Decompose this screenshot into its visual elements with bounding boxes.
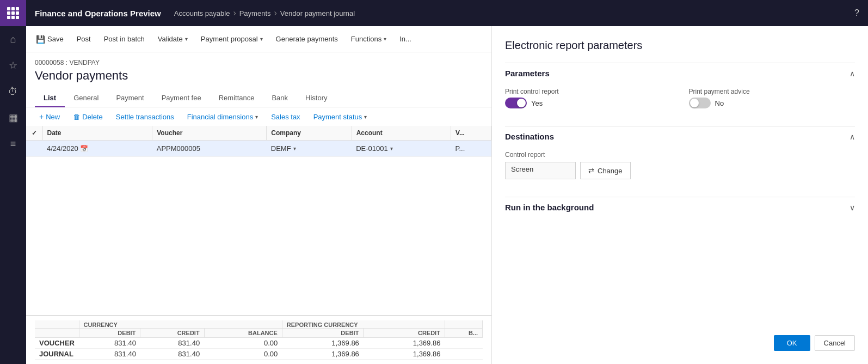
import-button[interactable]: In... — [394, 33, 417, 45]
app-title: Finance and Operations Preview — [35, 9, 161, 18]
print-payment-advice-label: Print payment advice — [689, 88, 855, 95]
header-bar: Finance and Operations Preview Accounts … — [26, 0, 868, 26]
footer-extra-header — [445, 320, 482, 329]
post-button[interactable]: Post — [71, 33, 96, 45]
row-account[interactable]: DE-01001 ▾ — [352, 141, 451, 157]
financial-dimensions-button[interactable]: Financial dimensions ▾ — [183, 111, 262, 123]
payment-status-button[interactable]: Payment status ▾ — [309, 111, 372, 123]
journal-header: 00000058 : VENDPAY Vendor payments — [26, 52, 491, 89]
run-background-section-title: Run in the background — [505, 203, 594, 212]
waffle-menu[interactable] — [0, 0, 26, 26]
breadcrumb-sep-1: › — [233, 8, 236, 18]
destinations-section-header[interactable]: Destinations ∧ — [505, 126, 855, 147]
company-dropdown-arrow[interactable]: ▾ — [293, 145, 296, 151]
footer-th-credit: CREDIT — [140, 329, 204, 338]
sidebar-item-modules[interactable]: ≡ — [0, 131, 26, 157]
control-report-row: Screen ⇄ Change — [505, 162, 855, 179]
breadcrumb-accounts-payable[interactable]: Accounts payable — [174, 9, 230, 17]
breadcrumb-payments[interactable]: Payments — [239, 9, 271, 17]
right-panel: Electronic report parameters Parameters … — [491, 26, 868, 364]
col-extra: V... — [451, 126, 491, 141]
footer-voucher-debit: 831.40 — [79, 338, 140, 349]
tab-payment-fee[interactable]: Payment fee — [153, 89, 210, 107]
destinations-section-title: Destinations — [505, 132, 554, 141]
save-button[interactable]: 💾 Save — [30, 33, 69, 46]
row-extra[interactable]: P... — [451, 141, 491, 157]
footer-summary: CURRENCY REPORTING CURRENCY DEBIT CREDIT… — [26, 316, 491, 364]
table-row[interactable]: 4/24/2020 📅 APPM000005 DEMF ▾ — [26, 141, 491, 157]
cancel-button[interactable]: Cancel — [815, 335, 855, 351]
footer-voucher-rep-credit: 1,369.86 — [364, 338, 445, 349]
destinations-chevron-icon: ∧ — [849, 132, 855, 141]
sidebar-item-favorites[interactable]: ☆ — [0, 52, 26, 78]
tab-list[interactable]: List — [35, 89, 65, 107]
footer-voucher-balance: 0.00 — [204, 338, 282, 349]
content-split: 💾 Save Post Post in batch Validate ▾ Pay… — [26, 26, 868, 364]
change-icon: ⇄ — [588, 167, 594, 175]
tab-remittance[interactable]: Remittance — [210, 89, 263, 107]
table-toolbar: + New 🗑 Delete Settle transactions Finan… — [26, 107, 491, 126]
calendar-icon[interactable]: 📅 — [80, 145, 88, 153]
footer-table: CURRENCY REPORTING CURRENCY DEBIT CREDIT… — [35, 320, 483, 360]
save-icon: 💾 — [36, 35, 45, 44]
col-account: Account — [352, 126, 451, 141]
parameters-chevron-icon: ∧ — [849, 69, 855, 78]
print-payment-advice-group: Print payment advice No — [689, 88, 855, 108]
data-table: ✓ Date Voucher Company Account V... — [26, 126, 491, 157]
footer-currency-header: CURRENCY — [79, 320, 282, 329]
print-payment-advice-row: No — [689, 98, 855, 108]
new-button[interactable]: + New — [35, 111, 64, 123]
footer-label-voucher: VOUCHER — [35, 338, 79, 349]
settle-transactions-button[interactable]: Settle transactions — [112, 111, 178, 123]
control-report-input[interactable]: Screen — [505, 162, 576, 179]
row-company[interactable]: DEMF ▾ — [267, 141, 352, 157]
parameters-section: Parameters ∧ Print control report Yes — [505, 63, 855, 117]
ok-button[interactable]: OK — [774, 335, 810, 351]
help-icon[interactable]: ? — [854, 8, 859, 18]
validate-dropdown-arrow: ▾ — [185, 36, 188, 42]
change-button[interactable]: ⇄ Change — [580, 162, 631, 179]
col-company: Company — [267, 126, 352, 141]
footer-voucher-rep-debit: 1,369.86 — [282, 338, 364, 349]
footer-journal-debit: 831.40 — [79, 349, 140, 360]
tab-history[interactable]: History — [297, 89, 336, 107]
payment-proposal-button[interactable]: Payment proposal ▾ — [195, 33, 268, 45]
footer-th-blank — [35, 329, 79, 338]
breadcrumb-vendor-journal[interactable]: Vendor payment journal — [280, 9, 355, 17]
row-date[interactable]: 4/24/2020 📅 — [42, 141, 152, 157]
sidebar-item-home[interactable]: ⌂ — [0, 26, 26, 52]
sidebar-item-recent[interactable]: ⏱ — [0, 78, 26, 105]
account-dropdown-arrow[interactable]: ▾ — [390, 145, 393, 151]
row-voucher[interactable]: APPM000005 — [152, 141, 267, 157]
tab-payment[interactable]: Payment — [107, 89, 152, 107]
post-batch-button[interactable]: Post in batch — [99, 33, 150, 45]
sidebar-item-workspaces[interactable]: ▦ — [0, 105, 26, 131]
footer-voucher-extra — [445, 338, 482, 349]
print-control-report-value: Yes — [531, 99, 543, 107]
run-background-section: Run in the background ∨ — [505, 197, 855, 217]
tab-general[interactable]: General — [65, 89, 107, 107]
row-check[interactable] — [26, 141, 42, 157]
sales-tax-button[interactable]: Sales tax — [267, 111, 304, 123]
functions-button[interactable]: Functions ▾ — [346, 33, 392, 45]
journal-id: 00000058 : VENDPAY — [35, 59, 483, 66]
left-panel: 💾 Save Post Post in batch Validate ▾ Pay… — [26, 26, 491, 364]
generate-payments-button[interactable]: Generate payments — [270, 33, 343, 45]
parameters-section-body: Print control report Yes Print payment a… — [505, 83, 855, 117]
print-control-report-toggle[interactable] — [505, 98, 527, 108]
destinations-section: Destinations ∧ Control report Screen ⇄ C… — [505, 126, 855, 188]
validate-button[interactable]: Validate ▾ — [152, 33, 193, 45]
print-payment-advice-toggle[interactable] — [689, 98, 711, 108]
footer-journal-credit: 831.40 — [140, 349, 204, 360]
destinations-section-body: Control report Screen ⇄ Change — [505, 147, 855, 188]
run-background-section-header[interactable]: Run in the background ∨ — [505, 197, 855, 217]
footer-th-rep-debit: DEBIT — [282, 329, 364, 338]
parameters-section-header[interactable]: Parameters ∧ — [505, 63, 855, 83]
journal-title: Vendor payments — [35, 69, 483, 83]
payment-proposal-dropdown-arrow: ▾ — [260, 36, 263, 42]
breadcrumb: Accounts payable › Payments › Vendor pay… — [174, 8, 355, 18]
footer-label-journal: JOURNAL — [35, 349, 79, 360]
tab-bank[interactable]: Bank — [263, 89, 297, 107]
delete-button[interactable]: 🗑 Delete — [69, 111, 107, 123]
tabs: List General Payment Payment fee Remitta… — [26, 89, 491, 107]
